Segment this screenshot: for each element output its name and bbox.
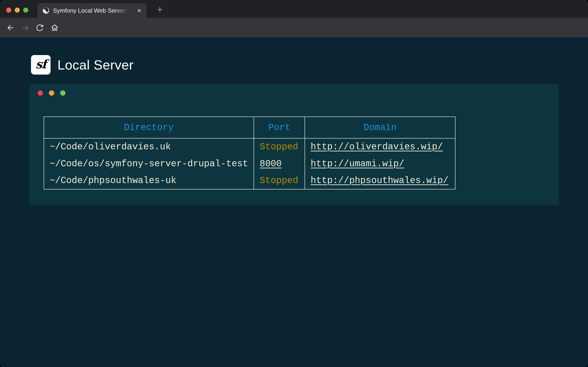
- brand: sf Local Server: [31, 55, 134, 75]
- forward-arrow-icon: [22, 24, 29, 32]
- browser-tab[interactable]: Symfony Local Web Server: Prox ×: [37, 3, 147, 18]
- tab-title: Symfony Local Web Server: Prox: [53, 7, 129, 14]
- port-link[interactable]: 8000: [259, 159, 282, 169]
- page-content: sf Local Server Directory Port Domain: [0, 37, 588, 367]
- forward-button[interactable]: [21, 23, 30, 32]
- macos-window-controls: [6, 8, 28, 13]
- domain-link[interactable]: http://oliverdavies.wip/: [311, 142, 443, 152]
- reload-button[interactable]: [35, 23, 44, 32]
- table-row: ~/Code/oliverdavies.uk Stopped http://ol…: [44, 138, 455, 155]
- tab-close-icon[interactable]: ×: [135, 6, 143, 15]
- cell-directory: ~/Code/oliverdavies.uk: [44, 138, 254, 155]
- home-button[interactable]: [50, 23, 59, 32]
- back-button[interactable]: [6, 23, 15, 32]
- back-arrow-icon: [7, 24, 15, 32]
- header-port: Port: [254, 117, 305, 138]
- minimize-window-button[interactable]: [15, 8, 20, 13]
- terminal-dot-red: [38, 90, 43, 96]
- terminal-card: Directory Port Domain ~/Code/oliverdavie…: [29, 84, 559, 205]
- terminal-window-dots: [38, 90, 65, 96]
- cell-directory: ~/Code/os/symfony-server-drupal-test: [44, 155, 254, 172]
- close-window-button[interactable]: [6, 8, 11, 13]
- symfony-logo: sf: [31, 55, 51, 75]
- page-title: Local Server: [57, 57, 134, 73]
- cell-port-status: Stopped: [254, 138, 305, 155]
- home-icon: [51, 24, 59, 32]
- terminal-dot-orange: [49, 90, 54, 96]
- tab-strip: Symfony Local Web Server: Prox × +: [0, 0, 588, 18]
- browser-window: Symfony Local Web Server: Prox × + local…: [0, 0, 588, 367]
- domain-link[interactable]: http://umami.wip/: [311, 159, 404, 169]
- new-tab-button[interactable]: +: [154, 4, 165, 15]
- browser-toolbar: localhost:7080 ★: [0, 18, 588, 37]
- header-domain: Domain: [305, 117, 455, 138]
- terminal-dot-green: [60, 90, 65, 96]
- symfony-globe-icon: [43, 7, 49, 14]
- symfony-logo-glyph: sf: [36, 57, 46, 73]
- header-directory: Directory: [44, 117, 254, 138]
- cell-directory: ~/Code/phpsouthwales-uk: [44, 172, 254, 189]
- table-row: ~/Code/os/symfony-server-drupal-test 800…: [44, 155, 455, 172]
- table-header-row: Directory Port Domain: [44, 117, 455, 138]
- table-row: ~/Code/phpsouthwales-uk Stopped http://p…: [44, 172, 455, 189]
- maximize-window-button[interactable]: [23, 8, 28, 13]
- proxy-table: Directory Port Domain ~/Code/oliverdavie…: [44, 117, 456, 190]
- cell-port-status: Stopped: [254, 172, 305, 189]
- domain-link[interactable]: http://phpsouthwales.wip/: [311, 175, 448, 186]
- reload-icon: [36, 24, 44, 32]
